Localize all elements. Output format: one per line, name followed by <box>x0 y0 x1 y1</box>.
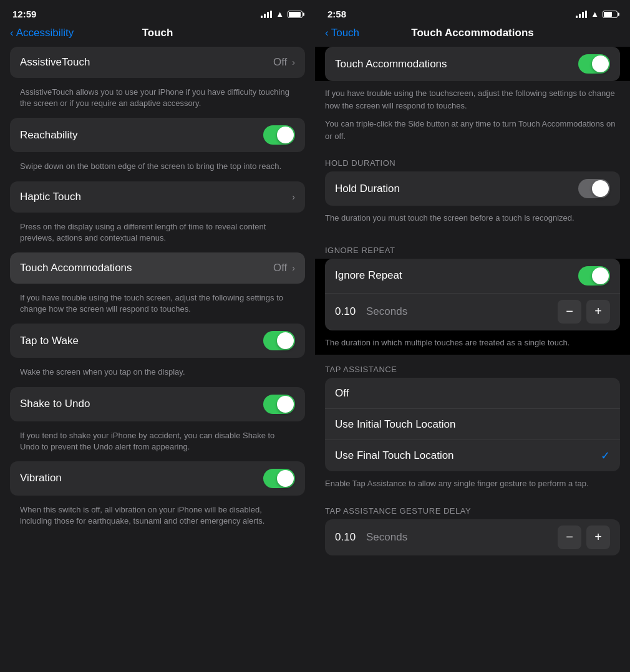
tap-to-wake-label: Tap to Wake <box>20 335 79 347</box>
touch-acc-toggle-section: Touch Accommodations <box>315 47 630 81</box>
chevron-left-icon: ‹ <box>325 27 329 39</box>
tap-assistance-initial-label: Use Initial Touch Location <box>335 418 455 431</box>
right-back-button[interactable]: ‹ Touch <box>325 27 359 39</box>
touch-acc-toggle[interactable] <box>578 54 610 74</box>
tap-gesture-plus-button[interactable]: + <box>586 526 610 549</box>
touch-acc-group: Touch Accommodations Off › <box>10 252 305 284</box>
right-status-icons: ▲ <box>576 9 618 19</box>
right-panel: 2:58 ▲ ‹ Touch Touch Accommodations Touc… <box>315 0 630 672</box>
ignore-repeat-plus-button[interactable]: + <box>586 300 610 324</box>
tap-assistance-desc: Enable Tap Assistance to allow any singl… <box>315 471 630 496</box>
left-panel: 12:59 ▲ ‹ Accessibility Touch AssistiveT <box>0 0 315 672</box>
reachability-row[interactable]: Reachability <box>10 118 305 152</box>
reachability-group: Reachability <box>10 118 305 152</box>
tap-gesture-value: 0.10 <box>335 531 366 544</box>
ignore-repeat-toggle[interactable] <box>578 266 610 286</box>
touch-acc-desc: If you have trouble using the touch scre… <box>10 289 305 324</box>
tap-assistance-group: Off Use Initial Touch Location Use Final… <box>325 378 620 471</box>
tap-gesture-section-label: TAP ASSISTANCE GESTURE DELAY <box>315 496 630 519</box>
tap-gesture-minus-button[interactable]: − <box>558 526 581 549</box>
touch-acc-right: Off › <box>273 262 295 274</box>
left-back-button[interactable]: ‹ Accessibility <box>10 27 74 39</box>
haptic-touch-label: Haptic Touch <box>20 191 81 203</box>
tap-assistance-initial-row[interactable]: Use Initial Touch Location <box>325 409 620 440</box>
ignore-repeat-stepper-row: 0.10 Seconds − + <box>325 294 620 330</box>
tap-gesture-stepper-row: 0.10 Seconds − + <box>325 519 620 555</box>
assistive-touch-value: Off <box>273 56 287 69</box>
touch-acc-info-1: If you have trouble using the touchscree… <box>315 81 630 118</box>
touch-acc-info-2: You can triple-click the Side button at … <box>315 118 630 148</box>
vibration-row[interactable]: Vibration <box>10 461 305 496</box>
reachability-toggle[interactable] <box>263 125 295 145</box>
hold-duration-toggle[interactable] <box>578 179 610 198</box>
touch-acc-label: Touch Accommodations <box>20 262 132 274</box>
touch-acc-toggle-label: Touch Accommodations <box>335 58 447 70</box>
shake-to-undo-row[interactable]: Shake to Undo <box>10 387 305 421</box>
tap-to-wake-toggle[interactable] <box>263 331 295 350</box>
tap-assistance-final-row[interactable]: Use Final Touch Location ✓ <box>325 440 620 471</box>
hold-duration-desc: The duration you must touch the screen b… <box>315 206 630 231</box>
right-nav-title: Touch Accommodations <box>411 27 533 39</box>
vibration-label: Vibration <box>20 472 62 484</box>
wifi-icon: ▲ <box>591 9 599 19</box>
vibration-toggle[interactable] <box>263 469 295 488</box>
hold-duration-section-label: HOLD DURATION <box>315 148 630 171</box>
left-nav-title: Touch <box>142 27 173 39</box>
assistive-touch-group: AssistiveTouch Off › <box>10 47 305 78</box>
tap-to-wake-desc: Wake the screen when you tap on the disp… <box>10 363 305 386</box>
vibration-group: Vibration <box>10 461 305 496</box>
left-back-label: Accessibility <box>16 27 74 39</box>
ignore-repeat-section-label: IGNORE REPEAT <box>315 236 630 259</box>
hold-duration-label: Hold Duration <box>335 183 400 195</box>
assistive-touch-label: AssistiveTouch <box>20 56 90 69</box>
right-nav-bar: ‹ Touch Touch Accommodations <box>315 24 630 47</box>
ignore-repeat-stepper-buttons: − + <box>558 300 610 324</box>
touch-accommodations-row[interactable]: Touch Accommodations Off › <box>10 252 305 284</box>
left-time: 12:59 <box>12 9 36 19</box>
wifi-icon: ▲ <box>276 9 284 19</box>
haptic-touch-right: › <box>292 192 295 202</box>
checkmark-icon: ✓ <box>601 449 610 463</box>
right-status-bar: 2:58 ▲ <box>315 0 630 24</box>
ignore-repeat-label: Ignore Repeat <box>335 269 402 282</box>
hold-duration-row[interactable]: Hold Duration <box>325 171 620 206</box>
chevron-icon: › <box>292 263 295 273</box>
shake-to-undo-group: Shake to Undo <box>10 387 305 421</box>
ignore-repeat-section: IGNORE REPEAT Ignore Repeat 0.10 Seconds… <box>315 236 630 355</box>
ignore-repeat-minus-button[interactable]: − <box>558 300 581 324</box>
assistive-touch-row[interactable]: AssistiveTouch Off › <box>10 47 305 78</box>
signal-icon <box>261 11 272 18</box>
hold-duration-group: Hold Duration <box>325 171 620 206</box>
tap-gesture-stepper-buttons: − + <box>558 526 610 549</box>
shake-to-undo-desc: If you tend to shake your iPhone by acci… <box>10 426 305 461</box>
haptic-touch-group: Haptic Touch › <box>10 181 305 213</box>
vibration-desc: When this switch is off, all vibration o… <box>10 501 305 535</box>
ignore-repeat-desc: The duration in which multiple touches a… <box>315 330 630 355</box>
tap-assistance-section-label: TAP ASSISTANCE <box>315 355 630 378</box>
ignore-repeat-value: 0.10 <box>335 305 366 318</box>
assistive-touch-desc: AssistiveTouch allows you to use your iP… <box>10 83 305 118</box>
battery-icon <box>288 11 303 18</box>
shake-to-undo-label: Shake to Undo <box>20 398 90 410</box>
touch-acc-toggle-row[interactable]: Touch Accommodations <box>325 47 620 81</box>
left-status-icons: ▲ <box>261 9 303 19</box>
haptic-touch-desc: Press on the display using a different l… <box>10 218 305 252</box>
assistive-touch-right: Off › <box>273 56 295 69</box>
tap-assistance-off-label: Off <box>335 387 349 400</box>
tap-to-wake-row[interactable]: Tap to Wake <box>10 324 305 358</box>
left-content: AssistiveTouch Off › AssistiveTouch allo… <box>0 47 315 672</box>
touch-acc-value: Off <box>273 262 287 274</box>
shake-to-undo-toggle[interactable] <box>263 395 295 414</box>
left-nav-bar: ‹ Accessibility Touch <box>0 24 315 47</box>
signal-icon <box>576 11 587 18</box>
chevron-icon: › <box>292 57 295 67</box>
tap-to-wake-group: Tap to Wake <box>10 324 305 358</box>
chevron-left-icon: ‹ <box>10 27 14 39</box>
chevron-icon: › <box>292 192 295 202</box>
reachability-label: Reachability <box>20 129 78 142</box>
right-time: 2:58 <box>327 9 346 19</box>
left-status-bar: 12:59 ▲ <box>0 0 315 24</box>
haptic-touch-row[interactable]: Haptic Touch › <box>10 181 305 213</box>
ignore-repeat-row[interactable]: Ignore Repeat <box>325 259 620 294</box>
tap-assistance-off-row[interactable]: Off <box>325 378 620 409</box>
